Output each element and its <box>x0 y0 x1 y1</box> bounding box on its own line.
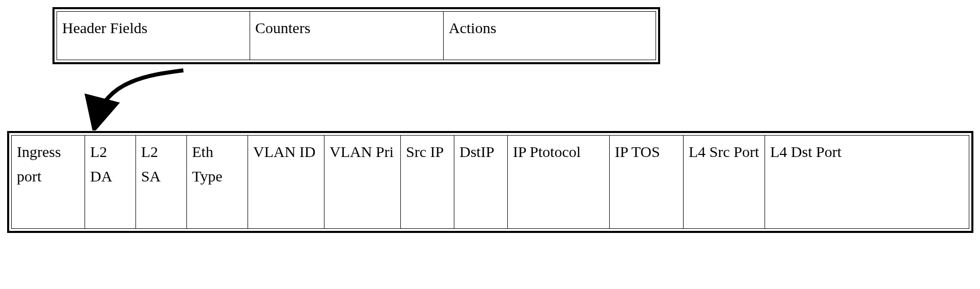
flow-entry-row: Header Fields Counters Actions <box>55 9 658 62</box>
dst-ip-cell: DstIP <box>454 135 508 229</box>
ingress-port-cell: Ingress port <box>11 135 85 229</box>
actions-cell: Actions <box>444 11 656 60</box>
eth-type-cell: Eth Type <box>187 135 248 229</box>
vlan-id-cell: VLAN ID <box>248 135 324 229</box>
header-fields-row: Ingress port L2 DA L2 SA Eth Type VLAN I… <box>9 133 971 231</box>
flow-entry-table: Header Fields Counters Actions <box>52 7 660 64</box>
src-ip-cell: Src IP <box>401 135 454 229</box>
header-fields-table: Ingress port L2 DA L2 SA Eth Type VLAN I… <box>7 131 973 233</box>
l2-sa-cell: L2 SA <box>136 135 187 229</box>
ip-tos-cell: IP TOS <box>610 135 684 229</box>
counters-cell: Counters <box>250 11 444 60</box>
diagram-canvas: Header Fields Counters Actions Ingress p… <box>0 0 980 289</box>
l4-src-port-cell: L4 Src Port <box>684 135 765 229</box>
vlan-pri-cell: VLAN Pri <box>324 135 401 229</box>
l2-da-cell: L2 DA <box>85 135 136 229</box>
ip-protocol-cell: IP Ptotocol <box>508 135 610 229</box>
l4-dst-port-cell: L4 Dst Port <box>765 135 969 229</box>
header-fields-cell: Header Fields <box>57 11 250 60</box>
expansion-arrow-icon <box>76 64 209 130</box>
